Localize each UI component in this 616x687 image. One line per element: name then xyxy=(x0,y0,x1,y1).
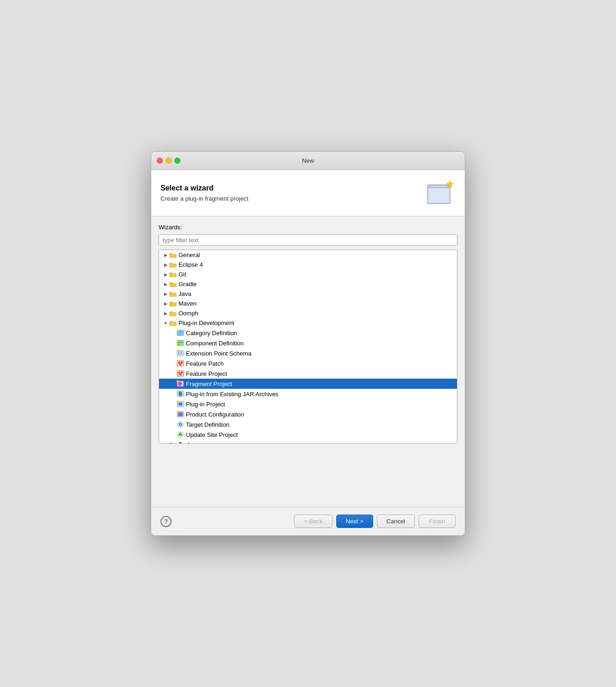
tree-item-oomph[interactable]: Oomph xyxy=(159,308,457,318)
header-wizard-icon xyxy=(426,178,456,208)
label-tasks: Tasks xyxy=(179,441,194,444)
tree-item-tasks[interactable]: Tasks xyxy=(159,440,457,444)
cancel-button[interactable]: Cancel xyxy=(377,515,415,528)
tree-item-feature-project[interactable]: Feature Project xyxy=(159,368,457,379)
wizard-title: Select a wizard xyxy=(160,184,248,192)
label-category-def: Category Definition xyxy=(186,330,237,337)
tree-item-plugin-dev[interactable]: Plug-in Development xyxy=(159,318,457,328)
tree-item-update-site[interactable]: Update Site Project xyxy=(159,429,457,440)
tree-item-component-def[interactable]: Component Definition xyxy=(159,338,457,348)
svg-rect-9 xyxy=(181,342,183,343)
next-button[interactable]: Next > xyxy=(336,515,373,528)
window-title: New xyxy=(302,157,314,164)
icon-target-def xyxy=(177,421,184,428)
filter-input[interactable] xyxy=(159,234,457,246)
svg-point-39 xyxy=(180,424,181,425)
svg-rect-10 xyxy=(178,344,180,345)
svg-rect-24 xyxy=(177,370,179,372)
icon-fragment-project xyxy=(177,380,184,387)
label-plugin-dev: Plug-in Development xyxy=(179,319,234,326)
footer: ? < Back Next > Cancel Finish xyxy=(151,507,465,535)
label-git: Git xyxy=(179,271,186,278)
tree-item-gradle[interactable]: Gradle xyxy=(159,279,457,289)
label-ext-point: Extension Point Schema xyxy=(186,350,252,357)
icon-feature-patch xyxy=(177,360,184,367)
svg-rect-18 xyxy=(179,363,181,365)
tree-item-product-config[interactable]: Product Configuration xyxy=(159,409,457,419)
svg-rect-11 xyxy=(177,340,179,342)
tree-item-fragment-project[interactable]: Fragment Project xyxy=(159,379,457,389)
arrow-eclipse4 xyxy=(163,262,168,268)
label-oomph: Oomph xyxy=(179,310,198,317)
traffic-lights xyxy=(157,158,180,164)
footer-left: ? xyxy=(160,516,172,527)
wizard-icon-container xyxy=(426,178,456,208)
tree-item-git[interactable]: Git xyxy=(159,270,457,279)
label-plugin-jar: Plug-in from Existing JAR Archives xyxy=(186,391,278,398)
tree-item-category-def[interactable]: Category Definition xyxy=(159,328,457,338)
close-button[interactable] xyxy=(157,158,163,164)
label-feature-project: Feature Project xyxy=(186,370,227,377)
arrow-java xyxy=(163,291,168,297)
svg-rect-14 xyxy=(177,350,179,352)
label-update-site: Update Site Project xyxy=(186,431,238,438)
folder-icon-gradle xyxy=(169,281,177,288)
tree-item-ext-point[interactable]: EX Extension Point Schema xyxy=(159,348,457,358)
label-feature-patch: Feature Patch xyxy=(186,360,224,367)
arrow-maven xyxy=(163,301,168,307)
label-eclipse4: Eclipse 4 xyxy=(179,261,203,268)
label-java: Java xyxy=(179,290,191,297)
tree-item-target-def[interactable]: Target Definition xyxy=(159,419,457,429)
folder-icon-oomph xyxy=(169,310,177,317)
svg-rect-23 xyxy=(179,374,181,375)
svg-rect-30 xyxy=(177,391,179,393)
wizard-subtitle: Create a plug-in fragment project xyxy=(160,195,248,202)
finish-button[interactable]: Finish xyxy=(419,515,456,528)
maximize-button[interactable] xyxy=(174,158,180,164)
label-plugin-project: Plug-in Project xyxy=(186,401,225,408)
icon-update-site xyxy=(177,431,184,438)
tree-item-maven[interactable]: Maven xyxy=(159,299,457,308)
icon-feature-project xyxy=(177,370,184,377)
label-component-def: Component Definition xyxy=(186,340,244,347)
titlebar: New xyxy=(151,152,465,170)
svg-rect-17 xyxy=(181,362,183,363)
folder-icon-maven xyxy=(169,301,177,307)
folder-icon-java xyxy=(169,291,177,297)
window: New Select a wizard Create a plug-in fra… xyxy=(151,151,465,536)
back-button[interactable]: < Back xyxy=(294,515,332,528)
tree-container[interactable]: General Eclipse 4 Git xyxy=(159,250,457,444)
label-product-config: Product Configuration xyxy=(186,411,244,418)
arrow-plugin-dev xyxy=(163,320,168,326)
svg-rect-8 xyxy=(178,342,180,343)
label-general: General xyxy=(179,251,200,258)
icon-ext-point: EX xyxy=(177,350,184,357)
arrow-gradle xyxy=(163,282,168,287)
svg-rect-22 xyxy=(181,372,183,374)
svg-rect-36 xyxy=(177,411,179,413)
label-maven: Maven xyxy=(179,300,197,307)
arrow-git xyxy=(163,272,168,277)
label-fragment-project: Fragment Project xyxy=(186,380,232,387)
tree-item-plugin-jar[interactable]: Plug-in from Existing JAR Archives xyxy=(159,389,457,399)
help-button[interactable]: ? xyxy=(160,516,172,527)
svg-text:EX: EX xyxy=(178,351,183,356)
svg-rect-32 xyxy=(179,403,182,405)
arrow-oomph xyxy=(163,311,168,316)
label-target-def: Target Definition xyxy=(186,421,229,428)
svg-rect-19 xyxy=(177,360,179,362)
icon-category-def xyxy=(177,329,184,337)
folder-icon-eclipse4 xyxy=(169,262,177,268)
svg-rect-33 xyxy=(177,401,179,403)
icon-component-def xyxy=(177,339,184,347)
tree-item-plugin-project[interactable]: Plug-in Project xyxy=(159,399,457,409)
wizards-label: Wizards: xyxy=(159,224,457,231)
folder-icon-plugin-dev xyxy=(169,320,177,326)
tree-item-general[interactable]: General xyxy=(159,250,457,260)
icon-plugin-project xyxy=(177,400,184,408)
minimize-button[interactable] xyxy=(166,158,172,164)
tree-item-eclipse4[interactable]: Eclipse 4 xyxy=(159,260,457,270)
folder-icon-general xyxy=(169,252,177,258)
tree-item-java[interactable]: Java xyxy=(159,289,457,299)
tree-item-feature-patch[interactable]: Feature Patch xyxy=(159,358,457,368)
